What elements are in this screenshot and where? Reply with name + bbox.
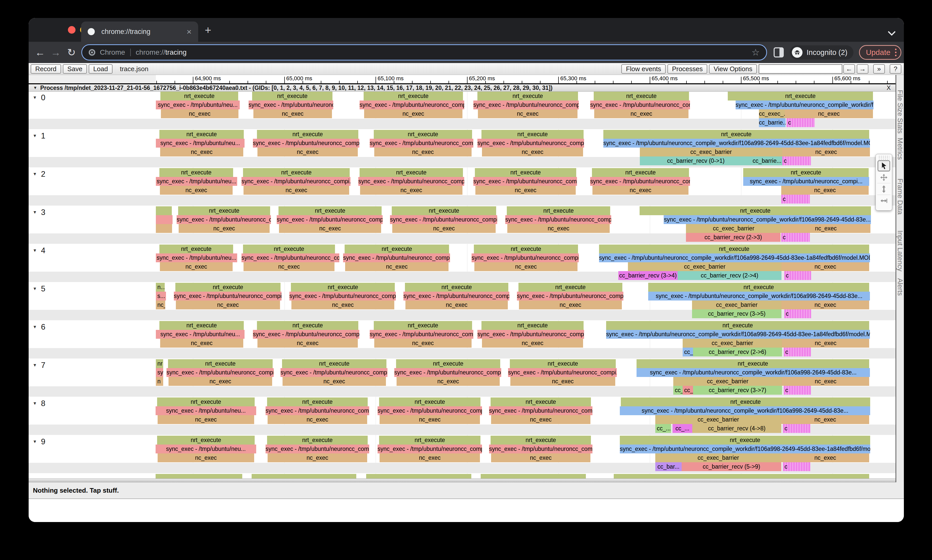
process-close-button[interactable]: X (887, 84, 891, 91)
trace-event-bar[interactable]: sync_exec - /tmp/ubuntu/neuroncc_compi..… (360, 100, 464, 109)
trace-event-bar[interactable]: cc_barrie... (759, 118, 785, 127)
trace-event-bar[interactable]: nrt_execute (252, 92, 332, 100)
trace-event-bar[interactable]: nrt_execute (728, 92, 873, 100)
trace-event-bar[interactable]: nc_exec (157, 415, 254, 424)
sidebar-tab-metrics[interactable]: Metrics (896, 138, 904, 160)
trace-event-bar[interactable]: sync_exec - /tmp/ubuntu/neuroncc_compi..… (277, 215, 383, 224)
trace-event-bar[interactable]: n (156, 377, 163, 386)
sidebar-tab-frame-data[interactable]: Frame Data (896, 178, 904, 215)
trace-event-bar[interactable]: nrt_execute (379, 397, 480, 406)
trace-event-bar[interactable]: nc_exec (160, 186, 233, 195)
trace-event-bar[interactable]: sync_exec - /tmp/ubuntu/neuroncc_compi..… (394, 368, 501, 377)
trace-event-bar[interactable]: nrt_execute (510, 359, 616, 368)
trace-event-bar[interactable]: nc_exec (364, 109, 463, 118)
menu-kebab-icon[interactable] (895, 49, 897, 56)
trace-event-bar[interactable]: nrt_execute (159, 245, 233, 254)
trace-event-bar[interactable]: nrt_execute (594, 92, 689, 100)
trace-event-bar[interactable]: sync_exec - /tmp/ubuntu/neuroncc_compi..… (403, 292, 509, 300)
trace-event-bar[interactable] (366, 474, 471, 478)
trace-event-bar[interactable]: nrt_execute (345, 245, 449, 254)
trace-event-bar[interactable]: sync_exec - /tmp/ubuntu/neuroncc_compi..… (378, 445, 482, 454)
trace-event-bar[interactable]: cc_barrier_recv (3->5) (692, 309, 781, 318)
trace-event-bar[interactable] (156, 206, 172, 215)
trace-event-bar[interactable]: cc_barrier_recv (4->8) (692, 424, 781, 433)
trace-event-bar[interactable]: sync_exec - /tmp/ubuntu/neuroncc_compi..… (358, 177, 464, 186)
trace-event-bar[interactable]: nc_exec (279, 224, 381, 233)
trace-event-bar[interactable]: nc_exec (374, 148, 472, 157)
trace-event-bar[interactable]: sync_exec - /tmp/ubuntu/neuroncc_compi..… (241, 254, 339, 262)
trace-event-bar[interactable]: nc_exec (292, 300, 394, 309)
trace-event-bar[interactable]: nc_exec (781, 224, 870, 233)
trace-event-bar[interactable]: c (787, 118, 815, 127)
trace-event-bar[interactable]: c (784, 348, 811, 357)
trace-event-bar[interactable]: nc_exec (482, 148, 583, 157)
trace-event-bar[interactable]: sync_exec - /tmp/ubuntu/neuroncc_compi..… (590, 177, 690, 186)
trace-event-bar[interactable]: nc_exec (785, 109, 873, 118)
expand-button[interactable]: » (873, 64, 885, 74)
trace-event-bar[interactable]: sync_exec - /tmp/ubuntu/neuroncc_compi..… (177, 215, 271, 224)
trace-event-bar[interactable]: nc_exec (781, 415, 869, 424)
trace-event-bar[interactable]: cc_barrier_recv (3->7) (693, 386, 782, 395)
trace-event-bar[interactable]: c (782, 157, 811, 165)
trace-event-bar[interactable]: cc_barrier_recv (0->1) (640, 157, 752, 165)
new-tab-button[interactable]: + (205, 25, 211, 35)
trace-event-bar[interactable]: sync_exec - /tmp/ubuntu/neuroncc_compile… (736, 100, 873, 109)
trace-event-bar[interactable]: nc_exec (392, 224, 496, 233)
trace-event-bar[interactable]: nrt_execute (364, 92, 463, 100)
trace-event-bar[interactable]: c (784, 309, 811, 318)
trace-event-bar[interactable]: nc_exec (491, 415, 590, 424)
trace-event-bar[interactable]: nrt_execute (243, 245, 335, 254)
trace-event-bar[interactable]: nc_exec (268, 454, 367, 462)
trace-event-bar[interactable]: sync_exec - /tmp/ubuntu/neu... (156, 445, 256, 454)
trace-event-bar[interactable]: sync_exec - /tmp/ubuntu/neuroncc_compile… (620, 406, 870, 415)
trace-event-bar[interactable]: sync_exec - /tmp/ubuntu/neuroncc_compi..… (473, 100, 579, 109)
trace-event-bar[interactable]: sync_exec - /tmp/ubuntu/neuroncc_compi..… (281, 368, 387, 377)
trace-event-bar[interactable]: nc_exec (782, 148, 870, 157)
trace-event-bar[interactable]: nc_exec (374, 339, 472, 348)
help-button[interactable]: ? (890, 64, 901, 74)
trace-event-bar[interactable]: nc_exec (475, 186, 576, 195)
trace-event-bar[interactable]: nrt_execute (477, 92, 578, 100)
trace-event-bar[interactable]: nc_exec (510, 377, 615, 386)
incognito-badge[interactable]: Incognito (2) (790, 45, 853, 60)
trace-event-bar[interactable]: sync_exec - /tmp/ubuntu/neuroncc_compile… (648, 292, 870, 300)
pane-splitter[interactable] (29, 478, 904, 482)
trace-event-bar[interactable]: cc_barrier_recv (5->9) (682, 462, 781, 471)
trace-event-bar[interactable]: sync_exec - /tmp/ubuntu/neuroncc_compi..… (343, 254, 450, 262)
trace-event-bar[interactable]: cc_exec_barrier (692, 300, 781, 309)
trace-event-bar[interactable]: nc_exec (781, 300, 869, 309)
trace-event-bar[interactable]: cc_exec_... (759, 109, 785, 118)
find-input[interactable] (759, 64, 842, 74)
trace-event-bar[interactable]: sync_exec - /tmp/ubuntu/neuroncc_compi..… (477, 139, 584, 148)
trace-event-bar[interactable]: nrt_execute (621, 397, 870, 406)
process-header[interactable]: ▼ Process /tmp/ndet_2023-11-27_21-01-56_… (29, 84, 904, 92)
trace-event-bar[interactable]: nc_exec (268, 415, 367, 424)
trace-event-bar[interactable]: cc_exec_barrier (628, 262, 781, 271)
close-window-button[interactable] (68, 26, 76, 34)
trace-event-bar[interactable] (156, 474, 242, 478)
pan-tool-button[interactable] (877, 171, 890, 183)
track-collapse-icon[interactable]: ▼ (33, 439, 37, 444)
trace-event-bar[interactable]: sync_exec - /tmp/ubuntu/neuroncc_compi..… (253, 330, 360, 339)
trace-event-bar[interactable]: nrt_execute (360, 168, 463, 177)
update-button[interactable]: Update (859, 45, 901, 60)
trace-event-bar[interactable]: nc_exec (244, 262, 335, 271)
trace-event-bar[interactable]: nc_exec (478, 109, 577, 118)
trace-event-bar[interactable]: c (783, 462, 810, 471)
tab-close-icon[interactable]: × (187, 27, 191, 36)
track-collapse-icon[interactable]: ▼ (33, 363, 37, 368)
trace-event-bar[interactable]: sync_exec - /tmp/ubuntu/neu... (156, 100, 240, 109)
trace-event-bar[interactable]: sync_exec - /tmp/ubuntu/neuroncc_compi..… (477, 330, 584, 339)
track-collapse-icon[interactable]: ▼ (33, 210, 37, 215)
trace-event-bar[interactable]: nc_exec (482, 339, 583, 348)
trace-event-bar[interactable]: c (784, 271, 811, 280)
trace-event-bar[interactable]: nc_exec (282, 377, 386, 386)
track-collapse-icon[interactable]: ▼ (33, 95, 37, 100)
trace-event-bar[interactable]: sync_exec - /tmp/ubuntu/neuroncc_compi..… (370, 330, 473, 339)
trace-event-bar[interactable]: nc_exec (176, 300, 280, 309)
track-label[interactable]: ▼3 (33, 208, 45, 217)
trace-event-bar[interactable]: sync_exec - /tmp/ubuntu/neuroncc_compi..… (517, 292, 623, 300)
trace-event-bar[interactable]: nr (156, 359, 163, 368)
trace-event-bar[interactable]: nrt_execute (157, 397, 255, 406)
track-collapse-icon[interactable]: ▼ (33, 134, 37, 138)
